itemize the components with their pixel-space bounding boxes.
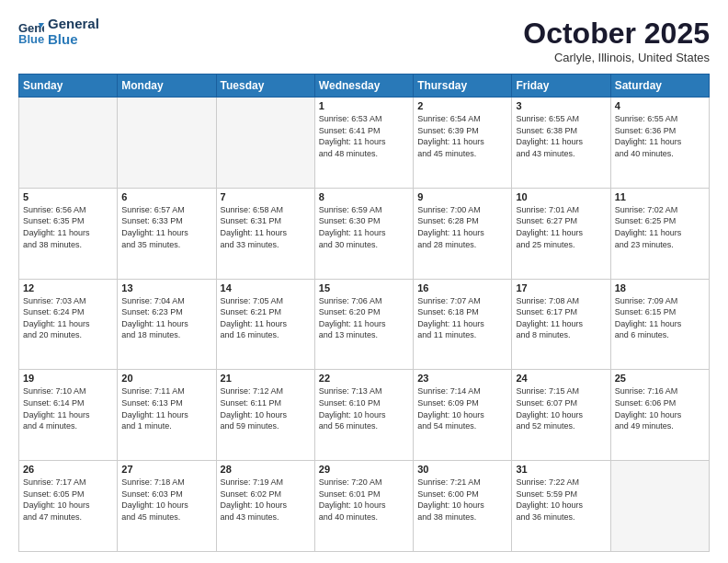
calendar-cell: 6Sunrise: 6:57 AMSunset: 6:33 PMDaylight… [118, 188, 216, 279]
calendar-cell: 24Sunrise: 7:15 AMSunset: 6:07 PMDayligh… [512, 370, 610, 461]
calendar-cell: 23Sunrise: 7:14 AMSunset: 6:09 PMDayligh… [414, 370, 512, 461]
day-number: 26 [23, 464, 113, 475]
day-info: Sunrise: 7:09 AMSunset: 6:15 PMDaylight:… [615, 295, 705, 341]
calendar-cell: 10Sunrise: 7:01 AMSunset: 6:27 PMDayligh… [512, 188, 610, 279]
calendar-cell: 22Sunrise: 7:13 AMSunset: 6:10 PMDayligh… [314, 370, 413, 461]
calendar-cell: 25Sunrise: 7:16 AMSunset: 6:06 PMDayligh… [610, 370, 709, 461]
day-number: 10 [516, 191, 606, 202]
day-info: Sunrise: 7:17 AMSunset: 6:05 PMDaylight:… [23, 477, 113, 523]
logo: General Blue General Blue [18, 17, 99, 47]
col-monday: Monday [118, 75, 216, 98]
calendar-cell: 31Sunrise: 7:22 AMSunset: 5:59 PMDayligh… [512, 461, 610, 552]
day-info: Sunrise: 6:58 AMSunset: 6:31 PMDaylight:… [221, 204, 311, 250]
day-number: 24 [516, 373, 606, 384]
day-info: Sunrise: 7:04 AMSunset: 6:23 PMDaylight:… [121, 295, 211, 341]
day-number: 20 [121, 373, 211, 384]
calendar-week-0: 1Sunrise: 6:53 AMSunset: 6:41 PMDaylight… [19, 98, 710, 189]
calendar-body: 1Sunrise: 6:53 AMSunset: 6:41 PMDaylight… [19, 98, 710, 552]
calendar-cell: 26Sunrise: 7:17 AMSunset: 6:05 PMDayligh… [19, 461, 118, 552]
logo-blue: Blue [48, 32, 99, 48]
calendar-cell: 1Sunrise: 6:53 AMSunset: 6:41 PMDaylight… [314, 98, 413, 189]
day-info: Sunrise: 7:06 AMSunset: 6:20 PMDaylight:… [319, 295, 409, 341]
calendar-cell: 28Sunrise: 7:19 AMSunset: 6:02 PMDayligh… [216, 461, 314, 552]
day-number: 25 [615, 373, 705, 384]
calendar-cell: 21Sunrise: 7:12 AMSunset: 6:11 PMDayligh… [216, 370, 314, 461]
header: General Blue General Blue October 2025 C… [18, 17, 710, 64]
calendar-cell: 17Sunrise: 7:08 AMSunset: 6:17 PMDayligh… [512, 279, 610, 370]
day-info: Sunrise: 6:55 AMSunset: 6:36 PMDaylight:… [615, 113, 705, 159]
page: General Blue General Blue October 2025 C… [0, 0, 728, 563]
day-number: 18 [615, 282, 705, 293]
day-number: 15 [319, 282, 409, 293]
day-number: 12 [23, 282, 113, 293]
day-number: 27 [121, 464, 211, 475]
day-number: 30 [417, 464, 507, 475]
day-number: 19 [23, 373, 113, 384]
svg-text:Blue: Blue [18, 32, 44, 45]
calendar-cell: 14Sunrise: 7:05 AMSunset: 6:21 PMDayligh… [216, 279, 314, 370]
day-info: Sunrise: 6:55 AMSunset: 6:38 PMDaylight:… [516, 113, 606, 159]
day-info: Sunrise: 6:53 AMSunset: 6:41 PMDaylight:… [319, 113, 409, 159]
month-title: October 2025 [523, 17, 710, 51]
calendar-cell [216, 98, 314, 189]
day-number: 29 [319, 464, 409, 475]
day-info: Sunrise: 7:22 AMSunset: 5:59 PMDaylight:… [516, 477, 606, 523]
calendar-cell: 8Sunrise: 6:59 AMSunset: 6:30 PMDaylight… [314, 188, 413, 279]
calendar-cell: 16Sunrise: 7:07 AMSunset: 6:18 PMDayligh… [414, 279, 512, 370]
day-number: 23 [417, 373, 507, 384]
day-info: Sunrise: 7:14 AMSunset: 6:09 PMDaylight:… [417, 385, 507, 431]
day-number: 17 [516, 282, 606, 293]
day-number: 22 [319, 373, 409, 384]
day-info: Sunrise: 7:02 AMSunset: 6:25 PMDaylight:… [615, 204, 705, 250]
day-number: 8 [319, 191, 409, 202]
calendar-cell: 9Sunrise: 7:00 AMSunset: 6:28 PMDaylight… [414, 188, 512, 279]
day-info: Sunrise: 7:19 AMSunset: 6:02 PMDaylight:… [221, 477, 311, 523]
day-number: 4 [615, 100, 705, 111]
day-info: Sunrise: 6:54 AMSunset: 6:39 PMDaylight:… [417, 113, 507, 159]
calendar-cell [118, 98, 216, 189]
calendar-cell: 30Sunrise: 7:21 AMSunset: 6:00 PMDayligh… [414, 461, 512, 552]
day-info: Sunrise: 7:03 AMSunset: 6:24 PMDaylight:… [23, 295, 113, 341]
calendar-cell: 4Sunrise: 6:55 AMSunset: 6:36 PMDaylight… [610, 98, 709, 189]
day-info: Sunrise: 7:18 AMSunset: 6:03 PMDaylight:… [121, 477, 211, 523]
day-number: 1 [319, 100, 409, 111]
day-number: 11 [615, 191, 705, 202]
day-number: 9 [417, 191, 507, 202]
calendar-cell: 13Sunrise: 7:04 AMSunset: 6:23 PMDayligh… [118, 279, 216, 370]
calendar-cell: 20Sunrise: 7:11 AMSunset: 6:13 PMDayligh… [118, 370, 216, 461]
day-info: Sunrise: 7:16 AMSunset: 6:06 PMDaylight:… [615, 385, 705, 431]
calendar-cell: 2Sunrise: 6:54 AMSunset: 6:39 PMDaylight… [414, 98, 512, 189]
col-friday: Friday [512, 75, 610, 98]
logo-general: General [48, 17, 99, 32]
day-info: Sunrise: 6:59 AMSunset: 6:30 PMDaylight:… [319, 204, 409, 250]
day-info: Sunrise: 7:10 AMSunset: 6:14 PMDaylight:… [23, 385, 113, 431]
calendar-cell: 15Sunrise: 7:06 AMSunset: 6:20 PMDayligh… [314, 279, 413, 370]
day-info: Sunrise: 7:21 AMSunset: 6:00 PMDaylight:… [417, 477, 507, 523]
day-info: Sunrise: 7:05 AMSunset: 6:21 PMDaylight:… [221, 295, 311, 341]
day-number: 21 [221, 373, 311, 384]
day-info: Sunrise: 7:08 AMSunset: 6:17 PMDaylight:… [516, 295, 606, 341]
day-info: Sunrise: 7:07 AMSunset: 6:18 PMDaylight:… [417, 295, 507, 341]
day-info: Sunrise: 7:13 AMSunset: 6:10 PMDaylight:… [319, 385, 409, 431]
day-number: 14 [221, 282, 311, 293]
day-number: 6 [121, 191, 211, 202]
day-info: Sunrise: 7:00 AMSunset: 6:28 PMDaylight:… [417, 204, 507, 250]
calendar-cell: 27Sunrise: 7:18 AMSunset: 6:03 PMDayligh… [118, 461, 216, 552]
calendar-cell: 7Sunrise: 6:58 AMSunset: 6:31 PMDaylight… [216, 188, 314, 279]
calendar-week-2: 12Sunrise: 7:03 AMSunset: 6:24 PMDayligh… [19, 279, 710, 370]
col-wednesday: Wednesday [314, 75, 413, 98]
calendar-cell: 3Sunrise: 6:55 AMSunset: 6:38 PMDaylight… [512, 98, 610, 189]
day-number: 3 [516, 100, 606, 111]
day-info: Sunrise: 7:12 AMSunset: 6:11 PMDaylight:… [221, 385, 311, 431]
day-number: 28 [221, 464, 311, 475]
day-number: 16 [417, 282, 507, 293]
calendar-cell: 18Sunrise: 7:09 AMSunset: 6:15 PMDayligh… [610, 279, 709, 370]
logo-icon: General Blue [18, 19, 44, 45]
col-sunday: Sunday [19, 75, 118, 98]
day-info: Sunrise: 7:20 AMSunset: 6:01 PMDaylight:… [319, 477, 409, 523]
day-number: 7 [221, 191, 311, 202]
title-block: October 2025 Carlyle, Illinois, United S… [523, 17, 710, 64]
day-info: Sunrise: 7:15 AMSunset: 6:07 PMDaylight:… [516, 385, 606, 431]
calendar-cell: 12Sunrise: 7:03 AMSunset: 6:24 PMDayligh… [19, 279, 118, 370]
col-thursday: Thursday [414, 75, 512, 98]
